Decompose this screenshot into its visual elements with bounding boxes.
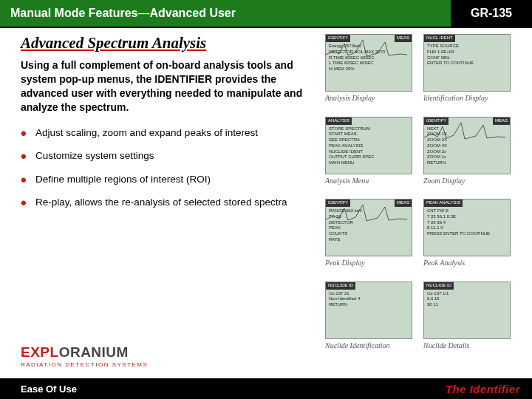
device-screen: IDENTIFYMEASRANGE 662 keVTO 26DETECTORPE…	[325, 199, 412, 256]
screen-tab-left: NUCLIDE ID	[424, 282, 454, 290]
screen-line: TYPE SOURCE	[427, 44, 507, 50]
screen-thumbnail: IDENTIFYMEASEnergy 2570keVDETECTOR NOL M…	[325, 34, 417, 114]
screen-line: ZOOM 2x	[427, 149, 507, 155]
screen-line: ZOOM 1x	[427, 154, 507, 160]
screen-thumbnail: PEAK ANALYSISCNT FW E7 23 56.1 0.5E7 29 …	[423, 199, 516, 279]
screen-thumbnail: ANALYSISSTORE SPECTRUMSTART MEAS.SEE SPE…	[325, 117, 417, 197]
screen-content: RANGE 662 keVTO 26DETECTORPEAKCOUNTSRATE	[329, 208, 409, 253]
list-item: Re-play, allows the re-analysis of selec…	[21, 196, 316, 209]
device-screen: NUCLIDE IDCs-137 1/1 6.6 15 30 11	[423, 282, 511, 339]
screen-line: SEE SPECTRA	[329, 137, 409, 143]
screen-line: DETECTOR	[329, 220, 409, 226]
device-screen: PEAK ANALYSISCNT FW E7 23 56.1 0.5E7 29 …	[423, 199, 511, 256]
screen-line: PRESS ENTER TO CONTINUE	[427, 231, 507, 237]
model-badge: GR-135	[451, 0, 532, 27]
logo-part-b: ORANIUM	[59, 344, 129, 360]
thumbnail-caption: Peak Display	[325, 259, 417, 267]
slide-header: Manual Mode Features — Advanced User GR-…	[0, 0, 532, 28]
screen-line: NEXT	[427, 126, 507, 132]
list-item: Define multiple regions of interest (ROI…	[21, 173, 316, 186]
title-sep: —	[137, 7, 149, 20]
screen-content: Cs-137 1/1 6.6 15 30 11	[427, 291, 507, 335]
screen-line: L.TIME 60SEC 60SEC	[329, 61, 409, 66]
screen-thumbnail: NUCL IDENTTYPE SOURCEFHD 1.0E+04CONF 98%…	[423, 34, 516, 114]
screen-line: RATE	[329, 237, 409, 243]
device-screen: NUCL IDENTTYPE SOURCEFHD 1.0E+04CONF 98%…	[423, 34, 511, 92]
thumbnail-caption: Nuclide Details	[423, 341, 516, 349]
screen-line: CONF 98%	[427, 55, 507, 61]
screen-line: NUCLIDE IDENT	[329, 149, 409, 155]
list-item: Adjust scaling, zoom and expand peaks of…	[21, 126, 316, 140]
screen-line: R.TIME 60SEC 60SEC	[329, 55, 409, 61]
screen-line: RETURN	[329, 302, 409, 308]
screen-tab-left: ANALYSIS	[326, 117, 352, 125]
screen-line: ZOOM 1X	[427, 132, 507, 137]
device-screen: IDENTIFYMEASEnergy 2570keVDETECTOR NOL M…	[325, 34, 412, 92]
screen-line: RETURN	[427, 160, 507, 166]
footer-right: The Identifier	[446, 383, 520, 395]
device-screen: NUCLIDE IDCs-137 21Non-Identified 4RETUR…	[325, 282, 412, 339]
screen-thumbnail: NUCLIDE IDCs-137 21Non-Identified 4RETUR…	[325, 282, 417, 361]
screen-line: MAIN MENU	[329, 160, 409, 166]
screen-line: Cs-137 21	[329, 291, 409, 297]
thumbnail-caption: Analysis Menu	[325, 177, 417, 185]
screen-line: 7 29 36 4	[427, 220, 507, 226]
thumbnail-caption: Identification Display	[423, 94, 516, 102]
screen-line: ZOOM 4X	[427, 143, 507, 149]
content-left: Advanced Spectrum Analysis Using a full …	[0, 34, 325, 361]
device-screen: ANALYSISSTORE SPECTRUMSTART MEAS.SEE SPE…	[325, 117, 412, 174]
screen-line: FHD 1.0E+04	[427, 50, 507, 55]
screen-line: ENTER TO CONTINUE	[427, 61, 507, 66]
thumbnail-grid: IDENTIFYMEASEnergy 2570keVDETECTOR NOL M…	[325, 34, 525, 361]
screen-line: PEAK	[329, 225, 409, 231]
screen-content: NEXTZOOM 1XZOOM 2XZOOM 4XZOOM 2xZOOM 1xR…	[427, 126, 507, 171]
screen-line: START MEAS.	[329, 132, 409, 137]
screen-content: Energy 2570keVDETECTOR NOL MAX 3070R.TIM…	[329, 44, 409, 88]
screen-line: 6.6 15	[427, 296, 507, 302]
screen-line: TO 26	[329, 214, 409, 220]
list-item: Customize system settings	[21, 149, 316, 163]
screen-line: CNT FW E	[427, 208, 507, 214]
screen-line: STORE SPECTRUM	[329, 126, 409, 132]
title-bold: Manual Mode Features	[10, 7, 137, 20]
screen-line: Energy 2570keV	[329, 44, 409, 50]
brand-logo: EXPLORANIUM RADIATION DETECTION SYSTEMS	[21, 344, 148, 368]
screen-line: Non-Identified 4	[329, 296, 409, 302]
screen-line: COUNTS	[329, 231, 409, 237]
logo-text: EXPLORANIUM	[21, 344, 148, 361]
feature-list: Adjust scaling, zoom and expand peaks of…	[21, 126, 316, 209]
screen-line: Cs-137 1/1	[427, 291, 507, 297]
screen-tab-left: NUCL IDENT	[424, 35, 455, 42]
device-screen: IDENTIFYMEAS NEXTZOOM 1XZOOM 2XZOOM 4XZO…	[423, 117, 511, 174]
screen-tab-left: NUCLIDE ID	[326, 282, 355, 290]
screen-thumbnail: IDENTIFYMEASRANGE 662 keVTO 26DETECTORPE…	[325, 199, 417, 279]
screen-thumbnail: NUCLIDE IDCs-137 1/1 6.6 15 30 11Nuclide…	[423, 282, 516, 361]
screen-line: % MEM 25%	[329, 66, 409, 72]
logo-part-a: EXPL	[21, 344, 59, 360]
screen-line: DETECTOR NOL MAX 3070	[329, 50, 409, 55]
title-rest: Advanced User	[149, 7, 236, 20]
screen-line: OUTPUT CURR SPEC	[329, 154, 409, 160]
screen-line: RANGE 662 keV	[329, 208, 409, 214]
screen-line: PEAK ANALYSIS	[329, 143, 409, 149]
thumbnail-caption: Nuclide Identification	[325, 341, 417, 349]
screen-tab-left: PEAK ANALYSIS	[424, 200, 463, 207]
screen-content: TYPE SOURCEFHD 1.0E+04CONF 98%ENTER TO C…	[427, 44, 507, 88]
thumbnail-caption: Zoom Display	[423, 177, 516, 185]
screen-line: 8 11.1 0	[427, 225, 507, 231]
slide-body: Advanced Spectrum Analysis Using a full …	[0, 28, 532, 361]
thumbnail-caption: Analysis Display	[325, 94, 417, 102]
screen-content: STORE SPECTRUMSTART MEAS.SEE SPECTRAPEAK…	[329, 126, 409, 171]
header-title: Manual Mode Features — Advanced User	[0, 0, 451, 27]
intro-paragraph: Using a full complement of on-board anal…	[21, 58, 316, 115]
screen-line: ZOOM 2X	[427, 137, 507, 143]
logo-tagline: RADIATION DETECTION SYSTEMS	[21, 361, 148, 368]
screen-content: Cs-137 21Non-Identified 4RETURN	[329, 291, 409, 335]
section-subtitle: Advanced Spectrum Analysis	[21, 34, 316, 52]
screen-thumbnail: IDENTIFYMEAS NEXTZOOM 1XZOOM 2XZOOM 4XZO…	[423, 117, 516, 197]
footer-left: Ease Of Use	[21, 383, 77, 395]
slide-footer: Ease Of Use The Identifier	[0, 378, 532, 399]
screen-line: 7 23 56.1 0.5E	[427, 214, 507, 220]
screen-line: 30 11	[427, 302, 507, 308]
screen-content: CNT FW E7 23 56.1 0.5E7 29 36 48 11.1 0P…	[427, 208, 507, 253]
